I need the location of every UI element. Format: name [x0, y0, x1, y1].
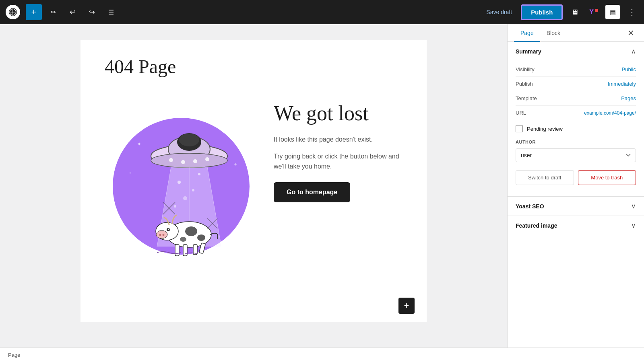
plus-icon: + [31, 7, 37, 17]
status-bar: Page [0, 348, 644, 362]
visibility-value[interactable]: Public [622, 66, 636, 72]
editor-area: 404 Page [0, 24, 507, 348]
go-to-homepage-button[interactable]: Go to homepage [274, 182, 350, 202]
description-2: Try going back or click the button below… [274, 151, 402, 172]
switch-to-draft-button[interactable]: Switch to draft [516, 170, 574, 185]
svg-point-26 [163, 234, 165, 236]
pending-review-row: Pending review [516, 120, 636, 134]
visibility-row: Visibility Public [516, 62, 636, 77]
undo-icon: ↩ [70, 8, 76, 16]
author-select[interactable]: user [516, 148, 636, 162]
summary-chevron-icon: ∧ [631, 47, 636, 55]
svg-text:✦: ✦ [233, 162, 237, 167]
svg-text:✦: ✦ [225, 130, 229, 135]
visibility-label: Visibility [516, 66, 535, 72]
wp-logo[interactable] [5, 4, 21, 20]
edit-mode-button[interactable]: ✏ [45, 4, 61, 20]
featured-image-chevron-icon: ∨ [631, 222, 636, 229]
list-icon: ☰ [108, 8, 114, 16]
redo-icon: ↪ [89, 8, 95, 16]
author-label: AUTHOR [516, 140, 636, 144]
summary-section: Summary ∧ Visibility Public Publish Imme… [508, 42, 644, 197]
tab-page[interactable]: Page [514, 24, 540, 42]
move-to-trash-button[interactable]: Move to trash [578, 170, 636, 185]
svg-point-18 [192, 189, 194, 191]
more-options-button[interactable]: ⋮ [625, 5, 639, 19]
svg-point-9 [169, 158, 173, 162]
toolbar-right: Save draft Publish 🖥 Y ▤ ⋮ [482, 4, 639, 20]
undo-button[interactable]: ↩ [64, 4, 80, 20]
yoast-title: Yoast SEO [516, 203, 544, 210]
sidebar-icon: ▤ [610, 8, 616, 16]
summary-title: Summary [516, 48, 541, 55]
yoast-section-header[interactable]: Yoast SEO ∨ [508, 197, 644, 216]
settings-button[interactable]: ▤ [605, 5, 620, 19]
save-draft-button[interactable]: Save draft [482, 6, 516, 18]
monitor-icon: 🖥 [571, 8, 578, 16]
url-value[interactable]: example.com/404-page/ [584, 110, 636, 116]
yoast-chevron-icon: ∨ [631, 202, 636, 210]
yoast-seo-button[interactable]: Y [587, 7, 601, 17]
svg-point-24 [156, 230, 167, 239]
author-section: AUTHOR user [516, 134, 636, 164]
svg-point-17 [178, 181, 181, 184]
content-right: We got lost It looks like this page does… [274, 94, 402, 202]
wp-logo-inner [6, 5, 20, 19]
svg-point-31 [180, 237, 186, 242]
svg-point-11 [193, 159, 197, 163]
pending-review-label: Pending review [527, 126, 563, 132]
svg-point-8 [151, 153, 227, 168]
svg-point-12 [205, 157, 209, 161]
svg-text:✦: ✦ [129, 171, 132, 175]
editor-content: 404 Page [80, 40, 427, 322]
svg-point-25 [159, 234, 161, 236]
publish-value[interactable]: Immediately [608, 81, 636, 87]
action-buttons: Switch to draft Move to trash [516, 164, 636, 188]
we-got-lost-heading: We got lost [274, 102, 402, 125]
toolbar: + ✏ ↩ ↪ ☰ Save draft Publish 🖥 Y ▤ ⋮ [0, 0, 644, 24]
summary-section-header[interactable]: Summary ∧ [508, 42, 644, 61]
svg-point-30 [197, 234, 205, 241]
illustration-area: ✦ ✦ ✦ ✦ We got lost It looks like this p [105, 94, 402, 264]
url-row: URL example.com/404-page/ [516, 106, 636, 120]
svg-point-19 [183, 196, 187, 200]
template-label: Template [516, 95, 537, 101]
svg-point-28 [168, 228, 169, 230]
publish-row: Publish Immediately [516, 77, 636, 91]
status-page-label: Page [8, 352, 20, 358]
summary-body: Visibility Public Publish Immediately Te… [508, 61, 644, 196]
ufo-illustration: ✦ ✦ ✦ ✦ [105, 94, 258, 264]
list-view-button[interactable]: ☰ [103, 4, 119, 20]
more-icon: ⋮ [628, 7, 636, 17]
svg-point-29 [185, 226, 197, 236]
add-block-bottom-button[interactable]: + [398, 298, 415, 314]
panel-close-button[interactable]: ✕ [624, 27, 638, 39]
description-1: It looks like this page doesn't exist. [274, 134, 402, 145]
publish-label: Publish [516, 81, 533, 87]
template-value[interactable]: Pages [621, 95, 636, 101]
add-block-button[interactable]: + [26, 4, 42, 20]
svg-point-7 [179, 134, 199, 146]
svg-rect-32 [175, 245, 179, 256]
svg-point-20 [174, 205, 176, 208]
svg-point-10 [181, 160, 185, 164]
tab-block[interactable]: Block [540, 24, 567, 42]
panel-tabs: Page Block ✕ [508, 24, 644, 42]
yoast-status-dot [595, 9, 598, 12]
yoast-y-icon: Y [589, 8, 594, 16]
featured-image-section: Featured image ∨ [508, 216, 644, 235]
page-title: 404 Page [105, 56, 402, 78]
svg-text:✦: ✦ [137, 141, 142, 147]
preview-button[interactable]: 🖥 [568, 5, 582, 19]
url-label: URL [516, 110, 526, 116]
publish-button[interactable]: Publish [521, 4, 563, 20]
featured-image-title: Featured image [516, 222, 557, 229]
svg-rect-33 [183, 245, 187, 256]
redo-button[interactable]: ↪ [84, 4, 100, 20]
pending-review-checkbox[interactable] [516, 125, 523, 132]
svg-point-21 [198, 173, 200, 175]
plus-bottom-icon: + [404, 300, 409, 311]
yoast-seo-section: Yoast SEO ∨ [508, 197, 644, 216]
featured-image-header[interactable]: Featured image ∨ [508, 216, 644, 235]
main-layout: 404 Page [0, 24, 644, 348]
